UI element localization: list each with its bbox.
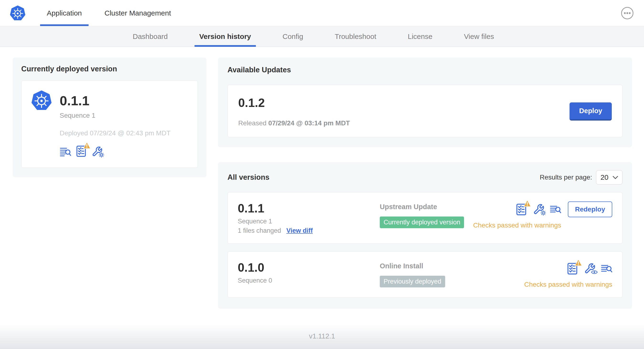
subnav-troubleshoot-label: Troubleshoot bbox=[335, 32, 376, 40]
currently-deployed-card: 0.1.1 Sequence 1 Deployed 07/29/24 @ 02:… bbox=[21, 80, 198, 168]
admin-console-version: v1.112.1 bbox=[309, 332, 335, 340]
released-label: Released bbox=[238, 119, 266, 127]
row-sequence: Sequence 0 bbox=[238, 277, 380, 284]
deployed-status-badge: Previously deployed bbox=[380, 276, 445, 288]
tab-cluster-management[interactable]: Cluster Management bbox=[104, 0, 171, 26]
gear-icon bbox=[540, 210, 546, 216]
subnav-license-label: License bbox=[408, 32, 432, 40]
row-version-number: 0.1.0 bbox=[238, 261, 380, 274]
tab-application[interactable]: Application bbox=[47, 0, 82, 26]
ellipsis-menu-icon[interactable] bbox=[620, 6, 634, 20]
view-diff-link[interactable]: View diff bbox=[286, 227, 313, 234]
all-versions-title: All versions bbox=[228, 173, 270, 182]
update-version-number: 0.1.2 bbox=[238, 96, 350, 110]
preflight-checks-warning-icon[interactable] bbox=[76, 145, 87, 157]
deployed-status-badge: Currently deployed version bbox=[380, 216, 464, 228]
warning-triangle-icon bbox=[524, 200, 531, 207]
view-logs-icon[interactable] bbox=[601, 263, 612, 274]
deployed-sequence: Sequence 1 bbox=[60, 112, 188, 119]
edit-config-icon[interactable] bbox=[533, 204, 544, 215]
subnav-dashboard[interactable]: Dashboard bbox=[133, 26, 168, 46]
subnav-view-files[interactable]: View files bbox=[464, 26, 494, 46]
right-column: Available Updates 0.1.2 Released 07/29/2… bbox=[218, 58, 632, 309]
deployed-timestamp: Deployed 07/29/24 @ 02:43 pm MDT bbox=[60, 130, 188, 137]
available-update-card: 0.1.2 Released 07/29/24 @ 03:14 pm MDT D… bbox=[228, 85, 622, 137]
results-per-page: Results per page: 20 bbox=[540, 170, 622, 184]
subnav-version-history[interactable]: Version history bbox=[199, 26, 251, 46]
tab-cluster-management-label: Cluster Management bbox=[104, 9, 171, 17]
files-changed-label: 1 files changed bbox=[238, 227, 281, 234]
top-nav: Application Cluster Management bbox=[0, 0, 644, 26]
eye-icon bbox=[591, 270, 598, 275]
warning-triangle-icon bbox=[574, 259, 582, 266]
currently-deployed-title: Currently deployed version bbox=[21, 65, 198, 73]
view-logs-icon[interactable] bbox=[60, 146, 71, 157]
results-per-page-value: 20 bbox=[600, 173, 608, 182]
chevron-down-icon bbox=[613, 176, 618, 179]
row-sequence: Sequence 1 bbox=[238, 218, 380, 225]
version-row-0-1-1: 0.1.1 Sequence 1 1 files changed View di… bbox=[228, 192, 622, 244]
currently-deployed-panel: Currently deployed version bbox=[13, 58, 206, 177]
version-info: 0.1.1 Sequence 1 1 files changed View di… bbox=[238, 202, 380, 234]
available-updates-title: Available Updates bbox=[228, 66, 622, 74]
preflight-status-text: Checks passed with warnings bbox=[524, 281, 612, 288]
preflight-status-text: Checks passed with warnings bbox=[473, 222, 561, 229]
results-per-page-label: Results per page: bbox=[540, 174, 592, 181]
view-config-icon[interactable] bbox=[584, 263, 596, 274]
footer: v1.112.1 bbox=[0, 324, 644, 349]
available-updates-panel: Available Updates 0.1.2 Released 07/29/2… bbox=[218, 58, 632, 147]
subnav-dashboard-label: Dashboard bbox=[133, 32, 168, 40]
redeploy-button[interactable]: Redeploy bbox=[568, 202, 612, 217]
released-date: 07/29/24 @ 03:14 pm MDT bbox=[268, 119, 350, 127]
version-source: Online Install Previously deployed bbox=[380, 261, 524, 288]
version-actions: Checks passed with warnings Redeploy bbox=[473, 202, 612, 229]
subnav-view-files-label: View files bbox=[464, 32, 494, 40]
source-label: Online Install bbox=[380, 262, 524, 270]
subnav-config-label: Config bbox=[282, 32, 304, 40]
source-label: Upstream Update bbox=[380, 203, 473, 211]
deployed-version-actions bbox=[60, 145, 188, 157]
warning-triangle-icon bbox=[83, 142, 91, 149]
app-sub-nav: Dashboard Version history Config Trouble… bbox=[0, 26, 644, 47]
preflight-checks-warning-icon[interactable] bbox=[515, 203, 528, 216]
version-info: 0.1.0 Sequence 0 bbox=[238, 261, 380, 284]
preflight-checks-warning-icon[interactable] bbox=[566, 262, 579, 275]
version-row-0-1-0: 0.1.0 Sequence 0 Online Install Previous… bbox=[228, 251, 622, 298]
deployed-version-number: 0.1.1 bbox=[60, 93, 90, 108]
results-per-page-select[interactable]: 20 bbox=[596, 170, 622, 184]
app-screen: Application Cluster Management Dashboard… bbox=[0, 0, 644, 349]
version-actions: Checks passed with warnings bbox=[524, 261, 612, 288]
subnav-license[interactable]: License bbox=[408, 26, 432, 46]
subnav-version-history-label: Version history bbox=[199, 32, 251, 40]
row-version-number: 0.1.1 bbox=[238, 202, 380, 215]
deploy-button[interactable]: Deploy bbox=[570, 102, 612, 120]
subnav-troubleshoot[interactable]: Troubleshoot bbox=[335, 26, 376, 46]
main-content: Currently deployed version bbox=[0, 47, 644, 309]
subnav-config[interactable]: Config bbox=[282, 26, 304, 46]
edit-config-icon[interactable] bbox=[92, 146, 103, 157]
kubernetes-logo-icon bbox=[10, 6, 25, 21]
update-released-timestamp: Released 07/29/24 @ 03:14 pm MDT bbox=[238, 119, 350, 127]
kubernetes-app-icon bbox=[32, 90, 52, 111]
all-versions-panel: All versions Results per page: 20 0.1.1 … bbox=[218, 162, 632, 309]
view-logs-icon[interactable] bbox=[550, 204, 561, 215]
top-nav-tabs: Application Cluster Management bbox=[47, 0, 171, 26]
tab-application-label: Application bbox=[47, 9, 82, 17]
gear-icon bbox=[98, 152, 104, 158]
version-source: Upstream Update Currently deployed versi… bbox=[380, 202, 473, 228]
